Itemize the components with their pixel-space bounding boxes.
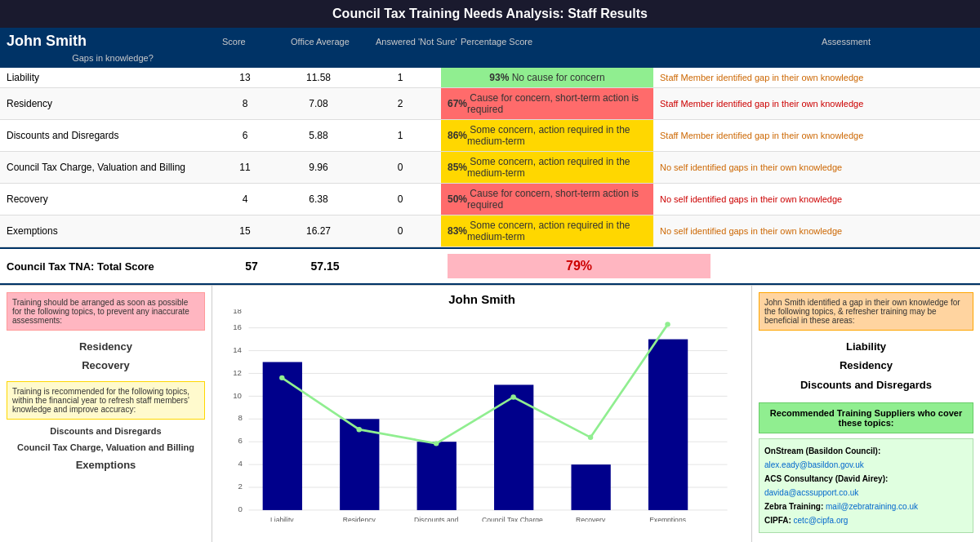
gap-topic-2: Residency <box>759 356 973 375</box>
right-intro: John Smith identified a gap in their own… <box>759 292 973 331</box>
row-gap: No self identified gaps in their own kno… <box>653 215 980 247</box>
row-assessment: 67% Cause for concern, short-term action… <box>441 88 653 119</box>
row-assessment: 86% Some concern, action required in the… <box>441 120 653 151</box>
row-ns: 0 <box>359 184 441 215</box>
supplier-2-name: ACS Consultancy (David Airey): <box>764 474 888 483</box>
svg-text:12: 12 <box>233 368 242 377</box>
row-assessment: 93% No cause for concern <box>441 68 653 87</box>
table-row: Exemptions 15 16.27 0 83% Some concern, … <box>0 215 980 247</box>
row-category: Residency <box>0 88 212 119</box>
table-row: Discounts and Disregards 6 5.88 1 86% So… <box>0 120 980 152</box>
row-score: 15 <box>212 215 278 247</box>
gap-topics: Liability Residency Discounts and Disreg… <box>759 337 973 394</box>
info-box: Training is recommended for the followin… <box>7 381 205 420</box>
urgent-topic-1: Residency <box>7 337 205 356</box>
svg-text:Residency: Residency <box>343 516 376 522</box>
supplier-2: ACS Consultancy (David Airey): davida@ac… <box>764 472 968 500</box>
row-avg: 11.58 <box>278 68 359 87</box>
medium-topic-2: Council Tax Charge, Valuation and Billin… <box>7 439 205 455</box>
total-label: Council Tax TNA: Total Score <box>7 260 219 273</box>
bar-recovery <box>571 464 610 510</box>
table-row: Liability 13 11.58 1 93% No cause for co… <box>0 68 980 88</box>
warning-box: Training should be arranged as soon as p… <box>7 292 205 331</box>
row-avg: 5.88 <box>278 120 359 151</box>
medium-topic-1: Discounts and Disregards <box>7 423 205 439</box>
table-header: John Smith Score Office Average Answered… <box>0 28 980 68</box>
gaps-header: Gaps in knowledge? <box>7 53 219 63</box>
svg-text:4: 4 <box>238 459 243 468</box>
supplier-heading: Recommended Training Suppliers who cover… <box>759 402 973 433</box>
supplier-3-email[interactable]: mail@zebratraining.co.uk <box>826 502 918 511</box>
svg-point-23 <box>588 435 593 440</box>
svg-text:2: 2 <box>238 482 243 491</box>
row-avg: 9.96 <box>278 152 359 183</box>
row-score: 4 <box>212 184 278 215</box>
total-score: 57 <box>219 260 284 273</box>
table-row: Residency 8 7.08 2 67% Cause for concern… <box>0 88 980 120</box>
gap-topic-1: Liability <box>759 337 973 356</box>
svg-point-21 <box>434 441 439 446</box>
row-score: 6 <box>212 120 278 151</box>
user-name: John Smith <box>7 33 219 50</box>
row-assessment: 50% Cause for concern, short-term action… <box>441 184 653 215</box>
urgent-topic-2: Recovery <box>7 356 205 375</box>
svg-point-19 <box>279 375 284 380</box>
row-gap: Staff Member identified gap in their own… <box>653 88 980 119</box>
row-score: 8 <box>212 88 278 119</box>
row-category: Recovery <box>0 184 212 215</box>
row-ns: 1 <box>359 68 441 87</box>
chart-title: John Smith <box>219 292 745 306</box>
supplier-4: CIPFA: cetc@cipfa.org <box>764 513 968 527</box>
svg-text:0: 0 <box>238 504 243 513</box>
total-row: Council Tax TNA: Total Score 57 57.15 79… <box>0 247 980 285</box>
svg-text:8: 8 <box>238 413 243 422</box>
row-ns: 2 <box>359 88 441 119</box>
data-table: Liability 13 11.58 1 93% No cause for co… <box>0 68 980 247</box>
row-category: Discounts and Disregards <box>0 120 212 151</box>
svg-text:Recovery: Recovery <box>576 516 606 522</box>
svg-point-20 <box>357 427 362 432</box>
bottom-section: Training should be arranged as soon as p… <box>0 285 980 542</box>
ns-header: Answered 'Not Sure' <box>376 37 457 47</box>
svg-point-24 <box>665 322 670 327</box>
supplier-3-name: Zebra Training: <box>764 502 823 511</box>
gap-topic-3: Discounts and Disregards <box>759 375 973 394</box>
row-avg: 6.38 <box>278 184 359 215</box>
right-intro-text: John Smith identified a gap in their own… <box>764 298 960 325</box>
row-category: Exemptions <box>0 215 212 247</box>
row-category: Council Tax Charge, Valuation and Billin… <box>0 152 212 183</box>
svg-text:Council Tax Charge,: Council Tax Charge, <box>482 516 545 522</box>
row-assessment: 83% Some concern, action required in the… <box>441 215 653 247</box>
table-row: Council Tax Charge, Valuation and Billin… <box>0 152 980 184</box>
total-pct: 79% <box>448 254 710 278</box>
svg-text:Exemptions: Exemptions <box>649 516 686 522</box>
supplier-3: Zebra Training: mail@zebratraining.co.uk <box>764 500 968 513</box>
row-category: Liability <box>0 68 212 87</box>
chart-panel: John Smith 0 2 4 6 8 10 12 14 16 18 <box>212 286 751 542</box>
svg-text:Liability: Liability <box>270 516 294 522</box>
svg-text:18: 18 <box>233 309 242 315</box>
supplier-2-email[interactable]: davida@acssupport.co.uk <box>764 488 858 497</box>
assessment-header: Assessment <box>719 37 973 47</box>
supplier-4-name: CIPFA: <box>764 516 791 525</box>
svg-text:6: 6 <box>238 436 243 445</box>
supplier-1-name: OnStream (Basildon Council): <box>764 446 880 455</box>
supplier-4-email[interactable]: cetc@cipfa.org <box>794 516 849 525</box>
pct-header: Percentage Score <box>461 37 715 47</box>
row-score: 13 <box>212 68 278 87</box>
bar-liability <box>263 362 302 510</box>
left-panel: Training should be arranged as soon as p… <box>0 286 212 542</box>
row-ns: 0 <box>359 215 441 247</box>
supplier-list: OnStream (Basildon Council): alex.eady@b… <box>759 438 973 533</box>
svg-text:16: 16 <box>233 322 242 331</box>
right-panel: John Smith identified a gap in their own… <box>751 286 980 542</box>
svg-text:10: 10 <box>233 391 242 400</box>
row-avg: 7.08 <box>278 88 359 119</box>
score-header: Score <box>222 37 287 47</box>
page-title: Council Tax Training Needs Analysis: Sta… <box>0 0 980 28</box>
svg-text:Discounts and: Discounts and <box>414 516 459 522</box>
row-ns: 1 <box>359 120 441 151</box>
supplier-1-email[interactable]: alex.eady@basildon.gov.uk <box>764 460 864 469</box>
svg-text:14: 14 <box>233 345 242 354</box>
row-gap: No self identified gaps in their own kno… <box>653 152 980 183</box>
